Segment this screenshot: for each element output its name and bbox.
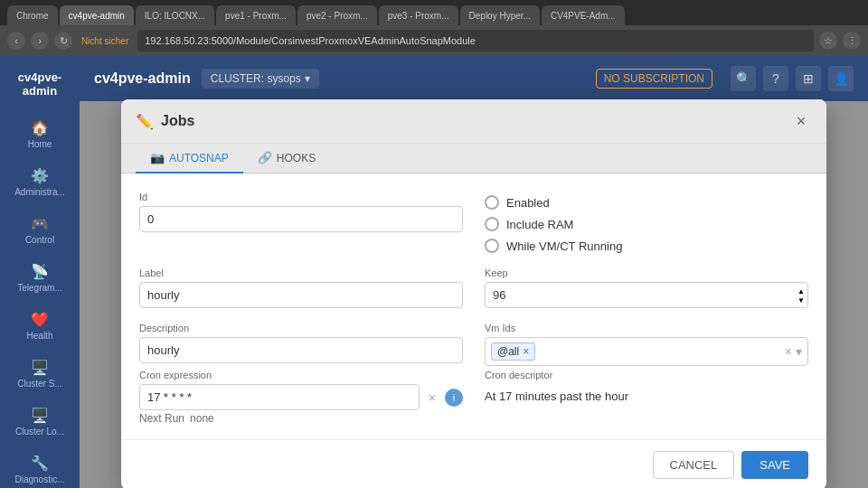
not-secure-label: Nicht sicher xyxy=(78,36,132,46)
sidebar-label-clusterL: Cluster Lo... xyxy=(15,427,64,436)
vmids-dropdown-icon[interactable]: ▾ xyxy=(796,344,802,359)
cron-expression-label: Cron expression xyxy=(139,370,463,380)
autosnap-tab-label: AUTOSNAP xyxy=(169,152,229,164)
cron-clear-icon[interactable]: × xyxy=(425,389,439,407)
browser-back-button[interactable]: ‹ xyxy=(7,32,25,50)
tab-autosnap[interactable]: 📷 AUTOSNAP xyxy=(136,144,243,174)
sidebar-item-diag[interactable]: 🔧 Diagnostic... xyxy=(5,447,74,488)
cancel-button[interactable]: CANCEL xyxy=(653,451,735,479)
admin-icon: ⚙️ xyxy=(31,167,49,184)
browser-tab-pve1[interactable]: pve1 - Proxm... xyxy=(216,5,296,25)
diag-icon: 🔧 xyxy=(31,455,49,472)
sidebar-item-clusterL[interactable]: 🖥️ Cluster Lo... xyxy=(5,399,74,444)
include-ram-label: Include RAM xyxy=(506,218,573,231)
next-run-row: Next Run none xyxy=(139,412,808,425)
browser-forward-button[interactable]: › xyxy=(31,32,49,50)
vmids-clear-icon[interactable]: × xyxy=(785,344,792,359)
vmids-input-wrapper[interactable]: @all × × ▾ xyxy=(485,337,808,366)
checkbox-group: Enabled Include RAM While VM/CT Running xyxy=(485,192,808,253)
user-icon[interactable]: 👤 xyxy=(828,66,854,91)
vmids-field-group: Vm Ids @all × × ▾ xyxy=(485,323,808,366)
save-button[interactable]: SAVE xyxy=(741,451,808,479)
cluster-selector[interactable]: CLUSTER: sysops ▾ xyxy=(202,69,319,89)
checkboxes-group: Enabled Include RAM While VM/CT Running xyxy=(485,192,808,253)
tab-hooks[interactable]: 🔗 HOOKS xyxy=(243,144,330,174)
sidebar: cv4pve-admin 🏠 Home ⚙️ Administra... 🎮 C… xyxy=(0,56,80,488)
pencil-icon: ✏️ xyxy=(136,113,154,130)
sidebar-item-home[interactable]: 🏠 Home xyxy=(5,112,74,156)
vmid-tag-value: @all xyxy=(497,345,519,358)
sidebar-item-clusterS[interactable]: 🖥️ Cluster S... xyxy=(5,352,74,396)
modal-title-row: ✏️ Jobs xyxy=(136,113,194,130)
id-field-group: Id xyxy=(139,192,463,253)
while-running-checkbox-row[interactable]: While VM/CT Running xyxy=(485,239,808,253)
search-icon[interactable]: 🔍 xyxy=(731,66,756,91)
cron-expression-input[interactable] xyxy=(139,384,420,410)
keep-select[interactable]: 96 xyxy=(485,282,808,308)
label-input[interactable] xyxy=(139,282,463,308)
id-label: Id xyxy=(139,192,463,202)
browser-menu-button[interactable]: ⋮ xyxy=(843,32,861,50)
browser-tab-pve3[interactable]: pve3 - Proxm... xyxy=(379,5,458,25)
modal-overlay: ✏️ Jobs × 📷 AUTOSNAP 🔗 HOOKS xyxy=(80,101,868,488)
app-title: cv4pve-admin xyxy=(94,70,191,87)
browser-tab-pve2[interactable]: pve2 - Proxm... xyxy=(297,5,377,25)
sidebar-item-admin[interactable]: ⚙️ Administra... xyxy=(5,160,74,204)
modal-title: Jobs xyxy=(161,113,194,129)
sidebar-label-clusterS: Cluster S... xyxy=(17,379,61,389)
cron-expression-group: Cron expression × i xyxy=(139,370,463,410)
browser-tab-active[interactable]: cv4pve-admin xyxy=(60,5,134,25)
description-field-group: Description xyxy=(139,323,463,366)
jobs-modal: ✏️ Jobs × 📷 AUTOSNAP 🔗 HOOKS xyxy=(121,99,826,488)
keep-select-wrapper: 96 ▲ ▼ xyxy=(485,282,808,308)
id-input[interactable] xyxy=(139,206,463,232)
browser-tab-chrome[interactable]: Chrome xyxy=(7,5,58,25)
modal-body: Id Enabled xyxy=(121,174,826,439)
enabled-label: Enabled xyxy=(506,196,550,210)
modal-close-button[interactable]: × xyxy=(790,110,812,132)
browser-tab-ilo[interactable]: ILO: ILOCNX... xyxy=(136,5,214,25)
telegram-icon: 📡 xyxy=(31,263,49,280)
hooks-tab-label: HOOKS xyxy=(277,152,316,164)
cron-descriptor-group: Cron descriptor At 17 minutes past the h… xyxy=(485,370,808,410)
control-icon: 🎮 xyxy=(31,215,49,232)
cluster-l-icon: 🖥️ xyxy=(31,407,49,424)
enabled-checkbox[interactable] xyxy=(485,195,499,210)
subscription-badge[interactable]: NO SUBSCRIPTION xyxy=(596,69,712,89)
sidebar-label-control: Control xyxy=(25,235,54,245)
browser-url-bar[interactable] xyxy=(137,30,814,52)
enabled-checkbox-row[interactable]: Enabled xyxy=(485,195,808,210)
sidebar-label-telegram: Telegram... xyxy=(17,283,61,293)
vmids-label: Vm Ids xyxy=(485,323,808,333)
help-icon[interactable]: ? xyxy=(763,66,788,91)
cron-info-icon[interactable]: i xyxy=(445,389,463,407)
browser-bookmark-button[interactable]: ☆ xyxy=(819,32,837,50)
cron-descriptor-value: At 17 minutes past the hour xyxy=(485,384,808,408)
vmid-tag-remove-icon[interactable]: × xyxy=(523,345,529,358)
include-ram-checkbox-row[interactable]: Include RAM xyxy=(485,217,808,231)
sidebar-label-admin: Administra... xyxy=(14,187,65,197)
browser-tab-cv4pve[interactable]: CV4PVE-Adm... xyxy=(542,5,625,25)
include-ram-checkbox[interactable] xyxy=(485,217,499,231)
form-grid: Id Enabled xyxy=(139,192,808,366)
app-logo: cv4pve-admin xyxy=(0,63,80,105)
sidebar-label-diag: Diagnostic... xyxy=(14,474,64,484)
description-input[interactable] xyxy=(139,337,463,363)
home-icon: 🏠 xyxy=(31,119,49,136)
browser-tabs: Chrome cv4pve-admin ILO: ILOCNX... pve1 … xyxy=(0,0,868,25)
vmid-tag-all: @all × xyxy=(491,343,535,361)
cron-descriptor-label: Cron descriptor xyxy=(485,370,808,380)
cron-input-wrapper: × i xyxy=(139,384,463,410)
sidebar-item-telegram[interactable]: 📡 Telegram... xyxy=(5,256,74,300)
keep-field-group: Keep 96 ▲ ▼ xyxy=(485,267,808,308)
cluster-s-icon: 🖥️ xyxy=(31,359,49,376)
while-running-checkbox[interactable] xyxy=(485,239,499,253)
browser-reload-button[interactable]: ↻ xyxy=(54,32,72,50)
sidebar-label-health: Health xyxy=(27,331,53,341)
sidebar-item-control[interactable]: 🎮 Control xyxy=(5,208,74,252)
cron-row: Cron expression × i Cron descriptor xyxy=(139,370,808,410)
modal-footer: CANCEL SAVE xyxy=(121,439,826,488)
grid-icon[interactable]: ⊞ xyxy=(796,66,821,91)
sidebar-item-health[interactable]: ❤️ Health xyxy=(5,304,74,348)
browser-tab-deploy[interactable]: Deploy Hyper... xyxy=(460,5,540,25)
